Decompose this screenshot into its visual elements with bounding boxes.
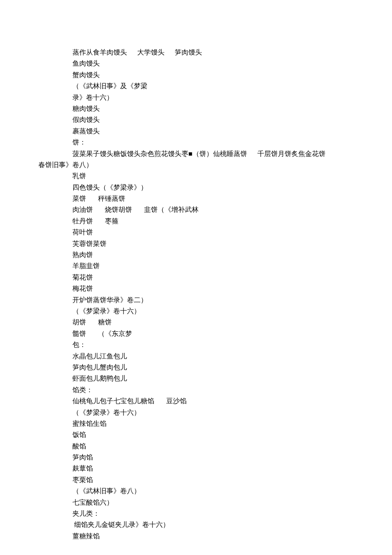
text-line: 酸馅 bbox=[38, 441, 354, 452]
text-line: 薑糖辣馅 bbox=[38, 531, 354, 542]
text-line: 包： bbox=[38, 339, 354, 350]
text-line: 麸蕈馅 bbox=[38, 463, 354, 474]
text-line: 裹蒸馒头 bbox=[38, 126, 354, 137]
text-line: 芙蓉饼菜饼 bbox=[38, 238, 354, 249]
text-line: 仙桃龟儿包子七宝包儿糖馅 豆沙馅 bbox=[38, 396, 354, 407]
text-line: 水晶包儿江鱼包儿 bbox=[38, 351, 354, 362]
text-line: （《梦梁录》卷十六） bbox=[38, 407, 354, 418]
text-line: 髓饼 （《东京梦 bbox=[38, 328, 354, 339]
text-line: 馅类： bbox=[38, 384, 354, 396]
text-line: 七宝酸馅六） bbox=[38, 497, 354, 508]
text-line: 笋肉包儿蟹肉包儿 bbox=[38, 362, 354, 373]
text-line: 开炉饼蒸饼华录》卷二） bbox=[38, 295, 354, 306]
text-line: 肉油饼 烧饼胡饼 韭饼（《增补武林 bbox=[38, 204, 354, 215]
text-line: 熟肉饼 bbox=[38, 249, 354, 260]
text-line: 菠菜果子馒头糖饭馒头杂色煎花馒头枣■（饼）仙桃睡蒸饼 千层饼月饼炙焦金花饼 bbox=[38, 148, 354, 159]
text-line: 羊脂韭饼 bbox=[38, 260, 354, 272]
text-line: 细馅夹儿金铤夹儿录》卷十六） bbox=[38, 519, 354, 530]
text-line: 枣栗馅 bbox=[38, 474, 354, 486]
text-line: 牡丹饼 枣箍 bbox=[38, 216, 354, 227]
text-line: 四色馒头（《梦梁录》） bbox=[38, 182, 354, 193]
text-line: 假肉馒头 bbox=[38, 114, 354, 125]
text-line: 饭馅 bbox=[38, 429, 354, 440]
text-line: 乳饼 bbox=[38, 171, 354, 182]
text-line: 蜜辣馅生馅 bbox=[38, 418, 354, 429]
text-line: （《武林旧事》及《梦梁 bbox=[38, 81, 354, 92]
text-line: 夹儿类： bbox=[38, 508, 354, 519]
text-content: 蒸作从食羊肉馒头 大学馒头 笋肉馒头鱼肉馒头蟹肉馒头（《武林旧事》及《梦梁录》卷… bbox=[38, 47, 354, 542]
text-line: 饼： bbox=[38, 137, 354, 148]
text-line: 笋肉馅 bbox=[38, 452, 354, 463]
text-line: 梅花饼 bbox=[38, 283, 354, 294]
text-line: 鱼肉馒头 bbox=[38, 58, 354, 69]
text-line: 蟹肉馒头 bbox=[38, 69, 354, 81]
text-line: 虾面包儿鹅鸭包儿 bbox=[38, 373, 354, 384]
document-page: 蒸作从食羊肉馒头 大学馒头 笋肉馒头鱼肉馒头蟹肉馒头（《武林旧事》及《梦梁录》卷… bbox=[0, 0, 392, 555]
text-line: 菊花饼 bbox=[38, 272, 354, 283]
text-line: 蒸作从食羊肉馒头 大学馒头 笋肉馒头 bbox=[38, 47, 354, 58]
text-line: 胡饼 糖饼 bbox=[38, 317, 354, 328]
text-line: 菜饼 秤锤蒸饼 bbox=[38, 193, 354, 204]
text-line: 糖肉馒头 bbox=[38, 103, 354, 114]
text-line: 录》卷十六） bbox=[38, 92, 354, 103]
text-line: 春饼旧事》卷八） bbox=[38, 159, 354, 171]
text-line: （《武林旧事》卷八） bbox=[38, 486, 354, 497]
text-line: （《梦梁录》卷十六） bbox=[38, 306, 354, 317]
text-line: 荷叶饼 bbox=[38, 227, 354, 238]
